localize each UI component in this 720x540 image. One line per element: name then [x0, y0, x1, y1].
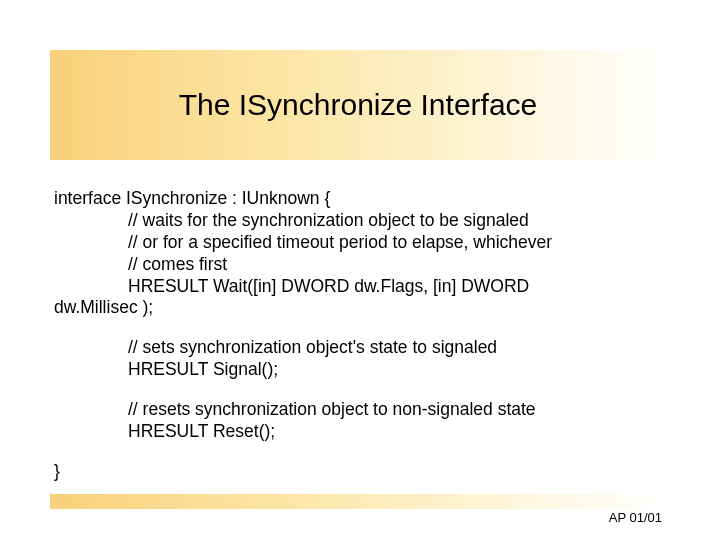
wait-signature-1: HRESULT Wait([in] DWORD dw.Flags, [in] D… [54, 276, 666, 298]
footer-band [50, 494, 666, 509]
page-title: The ISynchronize Interface [179, 88, 538, 122]
interface-open: interface ISynchronize : IUnknown { [54, 188, 666, 210]
code-block: interface ISynchronize : IUnknown { // w… [54, 188, 666, 483]
signal-block: // sets synchronization object's state t… [54, 337, 666, 381]
signal-comment: // sets synchronization object's state t… [54, 337, 666, 359]
footer-label: AP 01/01 [609, 510, 662, 525]
signal-signature: HRESULT Signal(); [54, 359, 666, 381]
title-band: The ISynchronize Interface [50, 50, 666, 160]
wait-signature-2: dw.Millisec ); [54, 297, 666, 319]
slide: The ISynchronize Interface interface ISy… [0, 0, 720, 540]
wait-comment-1: // waits for the synchronization object … [54, 210, 666, 232]
reset-signature: HRESULT Reset(); [54, 421, 666, 443]
wait-comment-3: // comes first [54, 254, 666, 276]
interface-close: } [54, 461, 666, 483]
wait-comment-2: // or for a specified timeout period to … [54, 232, 666, 254]
wait-block: interface ISynchronize : IUnknown { // w… [54, 188, 666, 319]
reset-comment: // resets synchronization object to non-… [54, 399, 666, 421]
reset-block: // resets synchronization object to non-… [54, 399, 666, 443]
